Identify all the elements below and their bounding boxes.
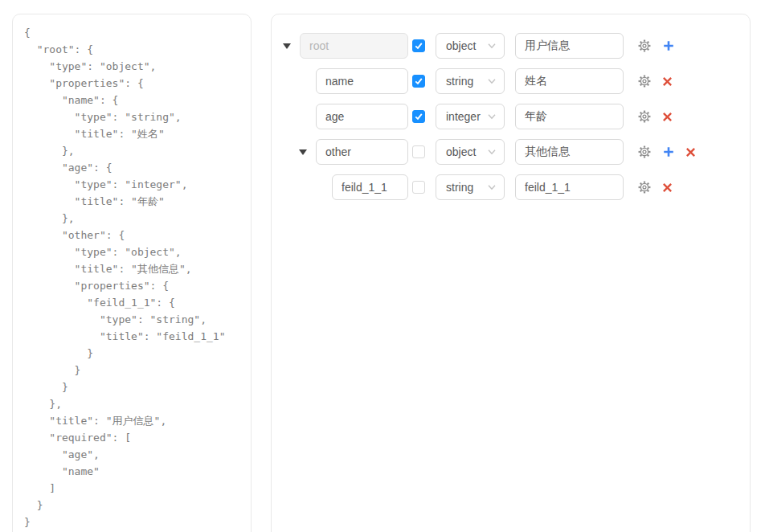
chevron-down-icon: [487, 182, 497, 192]
add-child-field-icon[interactable]: [662, 145, 675, 158]
schema-row-feild_1_1: string: [272, 174, 750, 200]
chevron-down-icon: [487, 76, 497, 86]
field-title-input[interactable]: [515, 174, 624, 200]
field-type-select[interactable]: string: [436, 68, 505, 94]
chevron-down-icon: [487, 112, 497, 121]
schema-row-root: object: [272, 33, 750, 59]
settings-gear-icon[interactable]: [637, 180, 652, 194]
chevron-down-icon: [487, 147, 497, 157]
field-name-input[interactable]: [316, 139, 408, 165]
field-title-input[interactable]: [515, 104, 624, 129]
row-actions: [637, 104, 673, 129]
field-type-select[interactable]: integer: [436, 104, 505, 129]
row-actions: [637, 33, 675, 59]
add-child-field-icon[interactable]: [662, 39, 675, 52]
schema-row-age: integer: [272, 104, 750, 129]
settings-gear-icon[interactable]: [637, 74, 652, 88]
schema-rows: objectstringintegerobjectstring: [272, 33, 750, 200]
field-title-input[interactable]: [515, 68, 624, 94]
field-name-input[interactable]: [332, 174, 408, 200]
field-type-select[interactable]: string: [436, 174, 505, 200]
collapse-caret-icon[interactable]: [299, 149, 307, 155]
settings-gear-icon[interactable]: [637, 109, 652, 124]
field-type-select[interactable]: object: [436, 33, 505, 59]
delete-field-icon[interactable]: [685, 147, 696, 158]
required-checkbox[interactable]: [412, 39, 425, 52]
field-type-value: object: [446, 39, 476, 52]
required-checkbox[interactable]: [412, 110, 425, 123]
required-checkbox[interactable]: [412, 181, 425, 194]
field-type-value: object: [446, 145, 476, 158]
row-actions: [637, 68, 673, 94]
delete-field-icon[interactable]: [662, 76, 673, 87]
required-checkbox[interactable]: [412, 75, 425, 88]
collapse-caret-icon[interactable]: [283, 43, 291, 49]
field-name-input[interactable]: [316, 68, 408, 94]
delete-field-icon[interactable]: [662, 182, 673, 193]
schema-editor-panel: objectstringintegerobjectstring: [271, 14, 751, 532]
field-title-input[interactable]: [515, 139, 624, 165]
delete-field-icon[interactable]: [662, 112, 673, 122]
schema-row-other: object: [272, 139, 750, 165]
settings-gear-icon[interactable]: [637, 39, 652, 53]
chevron-down-icon: [487, 41, 497, 51]
required-checkbox[interactable]: [412, 145, 425, 158]
field-name-input[interactable]: [300, 33, 408, 59]
schema-row-name: string: [272, 68, 750, 94]
field-title-input[interactable]: [515, 33, 624, 59]
settings-gear-icon[interactable]: [637, 145, 652, 159]
row-actions: [637, 139, 696, 165]
field-name-input[interactable]: [316, 104, 408, 129]
field-type-value: string: [446, 75, 473, 88]
row-actions: [637, 174, 673, 200]
json-source-panel: { "root": { "type": "object", "propertie…: [12, 14, 252, 532]
json-code: { "root": { "type": "object", "propertie…: [24, 24, 244, 530]
field-type-select[interactable]: object: [436, 139, 505, 165]
field-type-value: integer: [446, 110, 481, 123]
field-type-value: string: [446, 181, 473, 194]
